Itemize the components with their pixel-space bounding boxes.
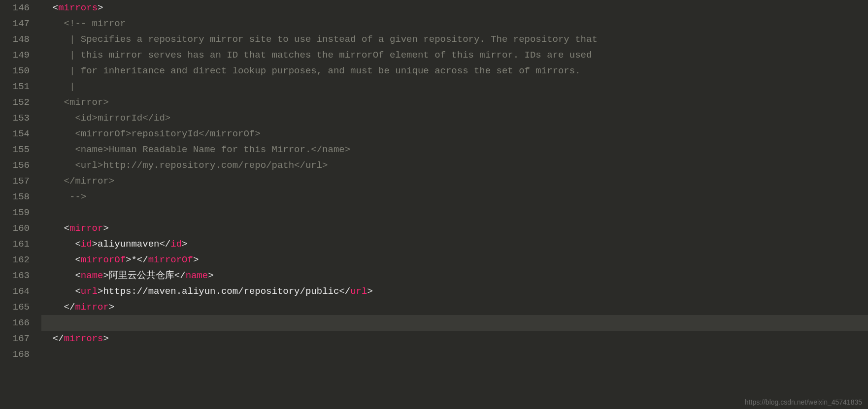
code-line[interactable]: <mirrors>	[41, 0, 868, 16]
line-number: 150	[5, 63, 30, 79]
line-number: 168	[5, 346, 30, 362]
code-line[interactable]: <id>aliyunmaven</id>	[41, 236, 868, 252]
line-number-gutter: 146 147 148 149 150 151 152 153 154 155 …	[0, 0, 38, 409]
code-line[interactable]: <name>Human Readable Name for this Mirro…	[41, 142, 868, 157]
code-line[interactable]: <!-- mirror	[41, 16, 868, 31]
code-line[interactable]: </mirror>	[41, 299, 868, 315]
code-line[interactable]: <mirrorOf>repositoryId</mirrorOf>	[41, 126, 868, 142]
line-number: 162	[5, 252, 30, 268]
code-line[interactable]: <url>http://my.repository.com/repo/path<…	[41, 157, 868, 173]
line-number: 159	[5, 205, 30, 220]
line-number: 163	[5, 268, 30, 283]
code-line[interactable]	[41, 205, 868, 220]
code-line[interactable]: </mirrors>	[41, 331, 868, 346]
code-line[interactable]: | this mirror serves has an ID that matc…	[41, 47, 868, 63]
line-number: 160	[5, 220, 30, 236]
line-number: 155	[5, 142, 30, 157]
line-number: 164	[5, 283, 30, 299]
code-line[interactable]: <mirror>	[41, 94, 868, 110]
line-number: 147	[5, 16, 30, 31]
line-number: 152	[5, 94, 30, 110]
line-number: 161	[5, 236, 30, 252]
code-editor[interactable]: 146 147 148 149 150 151 152 153 154 155 …	[0, 0, 868, 409]
line-number: 156	[5, 157, 30, 173]
code-line[interactable]: <mirrorOf>*</mirrorOf>	[41, 252, 868, 268]
code-line[interactable]: <mirror>	[41, 220, 868, 236]
line-number: 165	[5, 299, 30, 315]
line-number: 154	[5, 126, 30, 142]
code-line[interactable]: <name>阿里云公共仓库</name>	[41, 268, 868, 283]
watermark-text: https://blog.csdn.net/weixin_45741835	[745, 398, 862, 406]
line-number: 158	[5, 189, 30, 205]
line-number: 151	[5, 79, 30, 94]
code-content[interactable]: <mirrors> <!-- mirror | Specifies a repo…	[38, 0, 868, 409]
code-line-current[interactable]	[41, 315, 868, 331]
code-line[interactable]: <url>https://maven.aliyun.com/repository…	[41, 283, 868, 299]
line-number: 146	[5, 0, 30, 16]
line-number: 153	[5, 110, 30, 126]
line-number: 167	[5, 331, 30, 346]
code-line[interactable]: </mirror>	[41, 173, 868, 189]
line-number: 149	[5, 47, 30, 63]
code-line[interactable]: | for inheritance and direct lookup purp…	[41, 63, 868, 79]
code-line[interactable]	[41, 346, 868, 362]
line-number: 148	[5, 31, 30, 47]
code-line[interactable]: | Specifies a repository mirror site to …	[41, 31, 868, 47]
code-line[interactable]: <id>mirrorId</id>	[41, 110, 868, 126]
code-line[interactable]: |	[41, 79, 868, 94]
line-number: 166	[5, 315, 30, 331]
line-number: 157	[5, 173, 30, 189]
code-line[interactable]: -->	[41, 189, 868, 205]
